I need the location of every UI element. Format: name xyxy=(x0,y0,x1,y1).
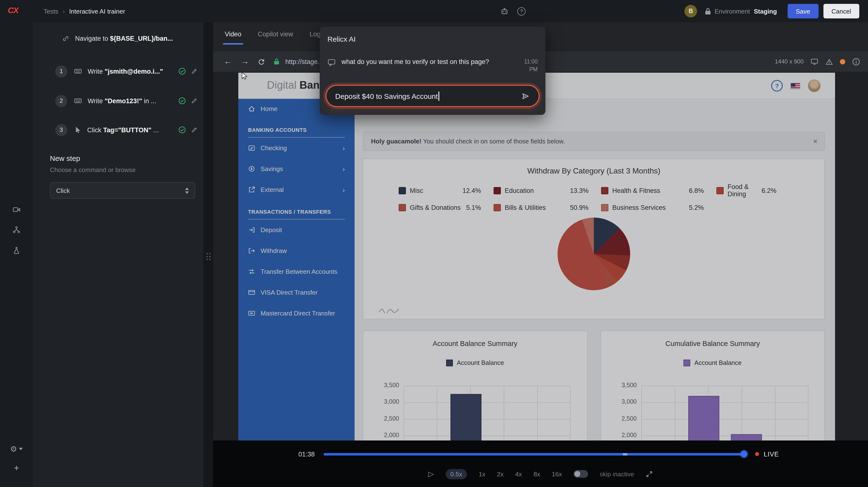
cursor-click-icon xyxy=(74,126,82,134)
ai-prompt-value: Deposit $40 to Savings Account xyxy=(335,92,438,100)
send-icon[interactable] xyxy=(521,92,530,100)
info-icon[interactable] xyxy=(852,57,860,66)
warning-triangle-icon[interactable] xyxy=(826,58,833,65)
step-number: 1 xyxy=(55,65,67,77)
breadcrumb-tests[interactable]: Tests xyxy=(43,7,58,15)
edit-step-icon[interactable] xyxy=(191,126,197,133)
speed-2x[interactable]: 2x xyxy=(497,470,503,478)
new-step-subtitle: Choose a command or browse xyxy=(50,166,135,174)
relicx-ai-dialog: Relicx AI what do you want me to verify … xyxy=(320,27,546,115)
step-number: 2 xyxy=(55,95,67,107)
fullscreen-icon[interactable] xyxy=(646,470,653,478)
step-row-2[interactable]: 2 Write "Demo123!" in ... xyxy=(55,94,220,108)
new-step-title: New step xyxy=(50,154,80,162)
navigate-step[interactable]: Navigate to ${BASE_URL}/ban... xyxy=(62,32,173,44)
tab-video[interactable]: Video xyxy=(218,22,248,45)
environment-lock-icon xyxy=(705,7,711,15)
workflow-icon[interactable] xyxy=(10,223,23,237)
assistant-robot-icon[interactable] xyxy=(500,7,508,15)
app-window: CX ⚙ + Tests › Interactive AI trainer ? xyxy=(0,0,868,487)
view-tabs: Video Copilot view Log xyxy=(218,22,327,45)
step-number: 3 xyxy=(55,124,67,136)
edit-step-icon[interactable] xyxy=(191,97,197,104)
live-dot-icon xyxy=(755,452,759,456)
drag-handle-icon[interactable] xyxy=(206,253,211,260)
skip-inactive-toggle[interactable] xyxy=(574,470,588,478)
display-icon[interactable] xyxy=(810,58,818,65)
select-carets-icon xyxy=(185,187,189,193)
chat-bubble-icon xyxy=(328,59,336,67)
panel-resize-divider[interactable] xyxy=(204,22,213,487)
edit-step-icon[interactable] xyxy=(191,68,197,74)
secure-lock-icon xyxy=(274,58,279,65)
navigate-step-text: Navigate to ${BASE_URL}/ban... xyxy=(75,35,173,42)
skip-inactive-label: skip inactive xyxy=(600,470,634,478)
video-viewport: Digital Bank ? Home BANKING ACCOUNTS xyxy=(213,72,868,440)
dialog-title: Relicx AI xyxy=(328,35,356,43)
live-label[interactable]: LIVE xyxy=(764,450,779,458)
ai-prompt-input[interactable]: Deposit $40 to Savings Account xyxy=(326,85,539,107)
topbar-right: B Environment Staging Save Cancel xyxy=(684,0,859,22)
step-text: Write "jsmith@demo.i..." xyxy=(88,68,163,75)
progress-handle[interactable] xyxy=(740,451,747,457)
reload-button[interactable] xyxy=(258,58,265,65)
message-timestamp: 11:00 PM xyxy=(516,58,538,73)
chevron-down-icon xyxy=(19,448,23,450)
breadcrumb-separator: › xyxy=(63,7,65,15)
keyboard-icon xyxy=(74,67,82,75)
command-select[interactable]: Click xyxy=(50,182,195,199)
recordings-icon[interactable] xyxy=(10,203,23,216)
left-icon-rail: CX ⚙ + xyxy=(0,0,33,487)
gear-icon: ⚙ xyxy=(10,444,17,453)
viewport-resolution: 1440 x 900 xyxy=(775,58,804,65)
command-select-value: Click xyxy=(56,187,70,194)
assistant-message: what do you want me to verify or test on… xyxy=(341,58,489,66)
tab-copilot-view[interactable]: Copilot view xyxy=(251,22,300,45)
breadcrumb-page-title: Interactive AI trainer xyxy=(69,7,125,15)
environment-label: Environment xyxy=(714,7,750,15)
speed-1x[interactable]: 1x xyxy=(478,470,485,478)
video-player-controls: 01:38 LIVE ▷ 0.5x 1x 2x 4x 8x 16x skip i… xyxy=(213,440,868,487)
settings-button[interactable]: ⚙ xyxy=(6,442,27,456)
environment-value[interactable]: Staging xyxy=(754,7,777,15)
top-bar: Tests › Interactive AI trainer ? B Envir… xyxy=(33,0,868,22)
speed-0-5x[interactable]: 0.5x xyxy=(445,469,467,479)
step-success-icon xyxy=(178,67,186,75)
breadcrumb: Tests › Interactive AI trainer xyxy=(43,0,125,22)
step-row-1[interactable]: 1 Write "jsmith@demo.i..." xyxy=(55,64,220,78)
cx-logo[interactable]: CX xyxy=(8,6,18,16)
forward-button[interactable]: → xyxy=(241,57,249,66)
step-success-icon xyxy=(178,97,186,105)
link-icon xyxy=(62,35,69,42)
text-caret xyxy=(438,91,439,100)
speed-4x[interactable]: 4x xyxy=(515,470,522,478)
topbar-center-icons: ? xyxy=(500,0,526,22)
speed-8x[interactable]: 8x xyxy=(533,470,540,478)
add-button[interactable]: + xyxy=(10,461,23,475)
user-avatar[interactable]: B xyxy=(684,5,697,18)
step-row-3[interactable]: 3 Click Tag="BUTTON" ... xyxy=(55,123,220,136)
step-text: Write "Demo123!" in ... xyxy=(88,97,156,104)
mouse-cursor-icon xyxy=(241,72,248,81)
save-button[interactable]: Save xyxy=(787,4,818,19)
step-text: Click Tag="BUTTON" ... xyxy=(87,126,159,133)
step-success-icon xyxy=(178,126,186,134)
status-dot-icon[interactable] xyxy=(840,59,845,64)
speed-16x[interactable]: 16x xyxy=(552,470,562,478)
cancel-button[interactable]: Cancel xyxy=(823,4,859,19)
test-steps-panel: Navigate to ${BASE_URL}/ban... 1 Write "… xyxy=(33,22,204,487)
dialog-message-row: what do you want me to verify or test on… xyxy=(328,58,538,73)
modal-dim-overlay xyxy=(213,72,868,440)
back-button[interactable]: ← xyxy=(224,57,232,66)
keyboard-icon xyxy=(74,97,82,105)
progress-bar[interactable] xyxy=(323,453,746,455)
playback-time: 01:38 xyxy=(299,450,315,458)
progress-marker xyxy=(623,453,627,455)
tests-icon[interactable] xyxy=(10,244,23,257)
help-icon[interactable]: ? xyxy=(517,7,526,15)
play-button[interactable]: ▷ xyxy=(428,469,434,478)
